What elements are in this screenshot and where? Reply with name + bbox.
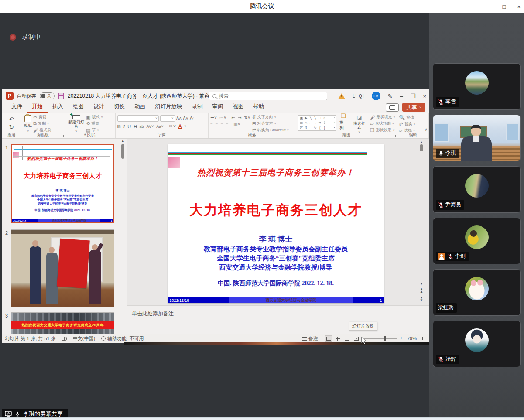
share-button[interactable]: 共享 ˅ — [402, 103, 425, 112]
font-name-select[interactable] — [117, 115, 159, 122]
participant-tile[interactable]: 尹海员 — [433, 166, 521, 213]
participant-tile[interactable]: 李剑 — [433, 218, 521, 264]
ribbon-tab-幻灯片放映[interactable]: 幻灯片放映 — [150, 102, 187, 113]
ppt-restore-button[interactable]: ❐ — [411, 93, 416, 99]
scroll-up-icon[interactable]: ▲ — [121, 139, 124, 143]
participant-name: 李剑 — [455, 253, 466, 260]
slide-line-3: 西安交通大学经济与金融学院教授/博导 — [168, 263, 384, 272]
layout-button[interactable]: ▣版式 ˅ — [86, 114, 103, 120]
copy-button[interactable]: ⧉复制 ˅ — [33, 121, 51, 126]
mouse-cursor — [361, 337, 367, 345]
redo-button[interactable]: ↻ — [4, 123, 19, 131]
slide-canvas[interactable]: 热烈祝贺第十三届电子商务三创赛举办！ 大力培养电子商务三创人才 李 琪 博士 教… — [168, 144, 384, 303]
notes-pane[interactable]: 单击此处添加备注 — [127, 305, 429, 334]
slide-thumbnail-3[interactable]: 热烈庆祝西安交通大学电子商务研究所成立20周年 — [11, 312, 114, 334]
slide-sorter-view-button[interactable] — [334, 335, 342, 342]
mic-on-icon — [438, 150, 444, 157]
ribbon-tab-开始[interactable]: 开始 — [27, 102, 48, 113]
slide-counter: 幻灯片 第 1 张, 共 51 张 — [5, 335, 56, 342]
ribbon-tab-插入[interactable]: 插入 — [48, 102, 68, 113]
ribbon-tab-动画[interactable]: 动画 — [130, 102, 150, 113]
slide-scrollbar[interactable]: ▲ ▼ ▲▲ ▼▼ — [418, 139, 425, 305]
shape-outline-button[interactable]: ▱形状轮廓 ˅ — [370, 121, 395, 126]
zoom-slider[interactable] — [364, 338, 397, 339]
thumbnail-scrollbar[interactable]: ▲ — [121, 143, 125, 328]
next-slide-button[interactable]: ▼▼ — [420, 297, 423, 302]
draw-pen-icon[interactable]: ✎ — [388, 93, 393, 99]
maximize-button[interactable]: □ — [503, 3, 506, 10]
font-dialog-launcher-icon[interactable] — [205, 135, 207, 137]
ppt-close-button[interactable]: × — [423, 93, 426, 99]
participant-name: 冶辉 — [445, 355, 456, 363]
font-style-buttons[interactable]: BIUS abAV˅Aa˅ ✏˅ A˅ — [117, 123, 206, 129]
list-indent-buttons[interactable]: ☰˅≔˅⇤⇥⇅˅ — [210, 115, 250, 120]
replace-button[interactable]: ⇄替换 ˅ — [399, 121, 427, 127]
comments-button[interactable] — [386, 103, 399, 112]
scroll-up-icon[interactable]: ▲ — [420, 140, 423, 144]
thumb-number-3: 3 — [5, 313, 8, 318]
slide-speaker-text: 李 琪 博士 — [168, 234, 384, 244]
ribbon-tab-设计[interactable]: 设计 — [89, 102, 109, 113]
search-input[interactable]: 搜索 — [209, 92, 327, 100]
ribbon-tab-审阅[interactable]: 审阅 — [208, 102, 228, 113]
paste-button[interactable]: 粘贴˅ — [23, 115, 33, 133]
grow-font-button[interactable]: A˄ — [176, 116, 182, 121]
share-caret-icon: ˅ — [419, 106, 421, 109]
previous-slide-button[interactable]: ▲▲ — [420, 288, 423, 293]
notes-toggle-button[interactable]: 备注 — [302, 335, 318, 342]
minimize-button[interactable]: – — [488, 3, 491, 10]
align-buttons[interactable]: ≡≡≡≡▥˅ — [210, 122, 250, 126]
cut-button[interactable]: ✂剪切 — [33, 114, 51, 120]
ribbon-group-editing: 🔍查找 ⇄替换 ˅ ▻选择 ˅ 编辑 — [397, 113, 429, 138]
quick-styles-button[interactable]: ◪ 快速样式˅ — [350, 115, 368, 133]
slide-thumbnail-2[interactable] — [11, 229, 114, 307]
ribbon-tab-视图[interactable]: 视图 — [228, 102, 249, 113]
zoom-level[interactable]: 79% — [407, 336, 417, 341]
undo-button[interactable]: ↶ — [4, 115, 19, 123]
account-avatar[interactable]: LQ — [372, 92, 380, 100]
slide-banner-text: 热烈祝贺第十三届电子商务三创赛举办！ — [168, 167, 384, 178]
language-indicator[interactable]: 中文(中国) — [73, 335, 95, 342]
accessibility-icon — [101, 336, 106, 341]
participant-tile[interactable]: 李琪 — [433, 115, 521, 161]
slide-thumbnail-1[interactable]: 热烈祝贺第十三届电子商务三创赛举办！ 大力培养电子商务三创人才 李 琪 博士 教… — [11, 144, 114, 223]
paragraph-dialog-launcher-icon[interactable] — [292, 135, 295, 137]
participant-avatar — [465, 277, 489, 300]
participant-tile[interactable]: 李雪 — [433, 63, 521, 110]
fit-slide-button[interactable] — [421, 336, 426, 341]
align-text-button[interactable]: ⊟对齐文本 ˅ — [252, 121, 289, 126]
save-icon[interactable] — [58, 93, 64, 99]
text-direction-button[interactable]: ⇵文字方向 ˅ — [252, 114, 289, 120]
new-slide-button[interactable]: 新建幻灯片˅ — [67, 115, 86, 133]
ribbon-collapse-icon[interactable]: ˅ — [425, 127, 427, 132]
ribbon-tab-文件[interactable]: 文件 — [7, 102, 27, 113]
shape-fill-button[interactable]: 🖌形状填充 ˅ — [370, 114, 395, 120]
find-button[interactable]: 🔍查找 — [399, 115, 427, 120]
ribbon-tab-切换[interactable]: 切换 — [109, 102, 130, 113]
close-button[interactable]: × — [517, 3, 521, 10]
reading-view-button[interactable] — [343, 335, 351, 342]
warning-icon[interactable] — [338, 93, 345, 99]
clear-format-button[interactable]: A̷ — [190, 116, 193, 121]
participant-avatar — [465, 174, 489, 198]
normal-view-button[interactable] — [325, 335, 332, 342]
accessibility-status[interactable]: 辅助功能: 不可用 — [101, 335, 144, 342]
spellcheck-button[interactable] — [62, 337, 67, 341]
notes-icon — [302, 337, 307, 341]
participant-tile[interactable]: 梁虹璐 — [433, 269, 521, 316]
reset-button[interactable]: ⟲重置 — [86, 121, 103, 126]
participant-tile[interactable]: 冶辉 — [433, 321, 521, 367]
font-size-select[interactable] — [160, 115, 175, 122]
ribbon-tab-帮助[interactable]: 帮助 — [249, 102, 269, 113]
shape-gallery[interactable]: ▣▶╲╲□○ ▭△⌐¬⇨⇩ ◸↯⌒∿{} — [298, 115, 336, 131]
ribbon-tab-录制[interactable]: 录制 — [187, 102, 208, 113]
clipboard-dialog-launcher-icon[interactable] — [61, 135, 64, 137]
drawing-dialog-launcher-icon[interactable] — [393, 135, 396, 137]
scroll-down-icon[interactable]: ▼ — [420, 282, 423, 286]
ppt-minimize-button[interactable]: – — [400, 93, 403, 99]
mic-muted-icon — [438, 356, 444, 362]
host-badge-icon — [438, 253, 445, 260]
shrink-font-button[interactable]: A˅ — [183, 116, 188, 121]
arrange-button[interactable]: ❏ 排列˅ — [338, 115, 348, 133]
autosave-toggle[interactable]: 关 — [40, 92, 55, 99]
